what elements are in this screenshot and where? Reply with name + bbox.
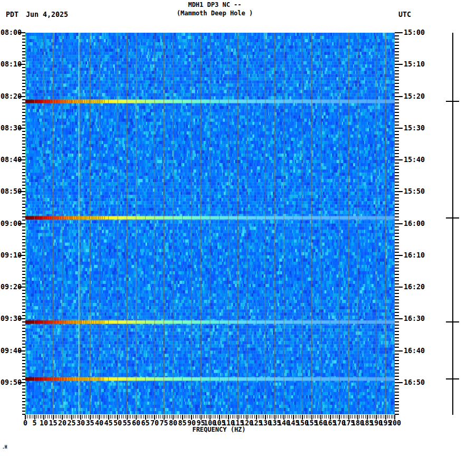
right-minor-tick: [395, 86, 399, 87]
right-minor-tick: [395, 274, 399, 275]
right-minor-tick: [395, 89, 399, 90]
right-time-label: 15:50: [404, 188, 425, 195]
freq-minor-tick: [365, 415, 366, 419]
right-minor-tick: [395, 283, 399, 284]
freq-minor-tick: [300, 415, 301, 419]
right-minor-tick: [395, 45, 399, 46]
freq-minor-tick: [378, 415, 378, 419]
scale-bar-event-tick: [446, 217, 459, 218]
freq-minor-tick: [177, 415, 177, 419]
left-minor-tick: [22, 236, 25, 237]
freq-minor-tick: [356, 415, 356, 419]
left-minor-tick: [22, 102, 25, 103]
right-minor-tick: [395, 331, 399, 332]
freq-minor-tick: [322, 415, 323, 419]
left-minor-tick: [22, 106, 25, 107]
left-minor-tick: [22, 92, 25, 93]
left-minor-tick: [22, 216, 25, 217]
right-minor-tick: [395, 366, 399, 367]
freq-minor-tick: [88, 415, 89, 419]
right-minor-tick: [395, 258, 399, 259]
left-minor-tick: [22, 144, 25, 145]
freq-minor-tick: [206, 415, 207, 419]
right-minor-tick: [395, 328, 399, 329]
freq-minor-tick: [282, 415, 282, 419]
right-minor-tick: [395, 42, 399, 43]
freq-minor-tick: [49, 415, 50, 419]
freq-minor-tick: [328, 415, 329, 419]
left-minor-tick: [22, 80, 25, 81]
freq-minor-tick: [254, 415, 255, 419]
freq-minor-tick: [212, 415, 212, 419]
freq-minor-tick: [96, 415, 96, 419]
timezone-left-label: PDT: [6, 11, 18, 18]
freq-minor-tick: [384, 415, 384, 419]
right-time-label: 16:20: [404, 283, 425, 291]
right-minor-tick: [395, 404, 399, 405]
freq-minor-tick: [149, 415, 149, 419]
freq-minor-tick: [45, 415, 46, 419]
left-minor-tick: [22, 239, 25, 240]
spectrogram-canvas: [25, 33, 395, 414]
left-minor-tick: [22, 360, 25, 361]
left-minor-tick: [22, 86, 25, 87]
left-minor-tick: [22, 137, 25, 138]
left-minor-tick: [22, 344, 25, 345]
freq-minor-tick: [234, 415, 234, 419]
left-minor-tick: [22, 51, 25, 52]
freq-minor-tick: [278, 415, 279, 419]
right-minor-tick: [395, 325, 399, 326]
freq-minor-tick: [93, 415, 94, 419]
right-minor-tick: [395, 395, 399, 396]
left-minor-tick: [22, 73, 25, 74]
right-minor-tick: [395, 398, 399, 399]
freq-minor-tick: [178, 415, 179, 419]
left-minor-tick: [22, 182, 25, 183]
freq-minor-tick: [66, 415, 66, 419]
freq-minor-tick: [280, 415, 281, 419]
right-minor-tick: [395, 357, 399, 358]
right-minor-tick: [395, 207, 399, 208]
freq-minor-tick: [104, 415, 105, 419]
left-minor-tick: [22, 99, 25, 100]
right-minor-tick: [395, 315, 399, 316]
left-minor-tick: [22, 118, 25, 119]
left-minor-tick: [22, 226, 25, 227]
right-minor-tick: [395, 213, 399, 214]
freq-minor-tick: [56, 415, 57, 419]
left-minor-tick: [22, 45, 25, 46]
right-time-label: 15:00: [404, 29, 425, 36]
left-minor-tick: [22, 201, 25, 202]
left-minor-tick: [22, 89, 25, 90]
freq-minor-tick: [334, 415, 334, 419]
left-minor-tick: [22, 230, 25, 231]
freq-minor-tick: [199, 415, 199, 419]
freq-minor-tick: [361, 415, 362, 419]
left-minor-tick: [22, 328, 25, 329]
right-major-tick: [395, 128, 403, 129]
right-minor-tick: [395, 131, 399, 132]
freq-minor-tick: [273, 415, 273, 419]
freq-minor-tick: [258, 415, 259, 419]
right-minor-tick: [395, 121, 399, 122]
freq-minor-tick: [382, 415, 382, 419]
scale-bar-event-tick: [446, 321, 459, 322]
right-minor-tick: [395, 280, 399, 281]
freq-minor-tick: [326, 415, 327, 419]
right-time-label: 16:00: [404, 220, 425, 227]
freq-minor-tick: [31, 415, 31, 419]
right-time-label: 15:20: [404, 93, 425, 100]
freq-minor-tick: [337, 415, 338, 419]
left-minor-tick: [22, 83, 25, 84]
freq-minor-tick: [306, 415, 307, 419]
right-minor-tick: [395, 188, 399, 189]
left-minor-tick: [22, 48, 25, 49]
left-minor-tick: [22, 245, 25, 246]
left-minor-tick: [22, 395, 25, 396]
right-minor-tick: [395, 388, 399, 390]
freq-minor-tick: [221, 415, 222, 419]
left-minor-tick: [22, 398, 25, 399]
freq-minor-tick: [141, 415, 142, 419]
freq-minor-tick: [195, 415, 196, 419]
left-minor-tick: [22, 261, 25, 262]
